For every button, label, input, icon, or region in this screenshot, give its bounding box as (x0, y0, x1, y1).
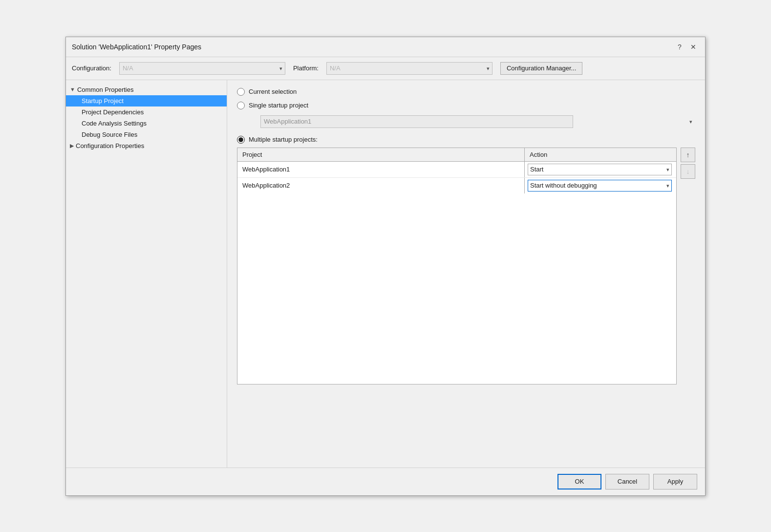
config-bar: Configuration: N/A Platform: N/A Configu… (66, 57, 705, 80)
configuration-properties-label: Configuration Properties (76, 142, 144, 149)
single-startup-row: Single startup project (237, 102, 695, 109)
action-column-header: Action (525, 148, 676, 161)
sidebar-item-startup-project[interactable]: Startup Project (66, 95, 227, 106)
sidebar-common-properties-header[interactable]: ▼ Common Properties (66, 84, 227, 95)
title-bar: Solution 'WebApplication1' Property Page… (66, 37, 705, 57)
table-empty-area (237, 193, 676, 384)
table-body: WebApplication1 None Start Start without… (237, 162, 676, 193)
move-down-button[interactable]: ↓ (681, 164, 695, 179)
current-selection-radio[interactable] (237, 88, 245, 96)
multiple-startup-row: Multiple startup projects: (237, 136, 695, 144)
common-properties-label: Common Properties (77, 86, 134, 93)
code-analysis-label: Code Analysis Settings (82, 120, 147, 127)
config-properties-arrow-icon: ▶ (70, 143, 74, 149)
platform-select[interactable]: N/A (326, 62, 493, 75)
single-startup-radio[interactable] (237, 102, 245, 109)
single-startup-label[interactable]: Single startup project (249, 102, 308, 109)
project-name-2: WebApplication2 (242, 182, 290, 189)
project-column-header: Project (237, 148, 525, 161)
project-dependencies-label: Project Dependencies (82, 108, 144, 116)
multiple-startup-label[interactable]: Multiple startup projects: (249, 136, 318, 143)
dialog-title: Solution 'WebApplication1' Property Page… (72, 43, 201, 51)
title-buttons: ? ✕ (674, 41, 699, 53)
config-label: Configuration: (72, 64, 111, 72)
action-cell-2: None Start Start without debugging (525, 178, 676, 193)
common-properties-arrow-icon: ▼ (70, 86, 75, 92)
config-manager-button[interactable]: Configuration Manager... (500, 62, 582, 75)
table-side-buttons: ↑ ↓ (681, 148, 695, 384)
close-button[interactable]: ✕ (687, 41, 699, 53)
project-cell-1: WebApplication1 (237, 162, 525, 177)
single-project-select-wrapper: WebApplication1 (249, 115, 695, 128)
platform-select-wrapper: N/A (326, 62, 493, 75)
sidebar-configuration-properties-header[interactable]: ▶ Configuration Properties (66, 140, 227, 151)
cancel-button[interactable]: Cancel (605, 474, 649, 489)
sidebar-item-debug-source[interactable]: Debug Source Files (66, 129, 227, 140)
multiple-startup-radio[interactable] (237, 136, 245, 144)
sidebar-item-project-dependencies[interactable]: Project Dependencies (66, 106, 227, 118)
startup-project-label: Startup Project (82, 97, 124, 105)
table-section: Project Action WebApplication1 (237, 148, 695, 384)
table-row: WebApplication1 None Start Start without… (237, 162, 676, 178)
table-row: WebApplication2 None Start Start without… (237, 178, 676, 193)
help-button[interactable]: ? (674, 41, 685, 53)
action-select-plain-wrapper-1: None Start Start without debugging (528, 164, 672, 175)
current-selection-label[interactable]: Current selection (249, 88, 297, 95)
ok-button[interactable]: OK (557, 474, 601, 489)
right-panel: Current selection Single startup project… (227, 80, 705, 468)
bottom-bar: OK Cancel Apply (66, 468, 705, 495)
table-header: Project Action (237, 148, 676, 162)
debug-source-label: Debug Source Files (82, 131, 137, 138)
platform-label: Platform: (293, 64, 319, 72)
config-select-wrapper: N/A (119, 62, 285, 75)
property-pages-dialog: Solution 'WebApplication1' Property Page… (65, 37, 706, 496)
config-select[interactable]: N/A (119, 62, 285, 75)
projects-table: Project Action WebApplication1 (237, 148, 677, 384)
sidebar: ▼ Common Properties Startup Project Proj… (66, 80, 227, 468)
apply-button[interactable]: Apply (653, 474, 697, 489)
action-select-wrapper-2: None Start Start without debugging (528, 180, 672, 192)
action-select-2[interactable]: None Start Start without debugging (528, 180, 672, 192)
sidebar-item-code-analysis[interactable]: Code Analysis Settings (66, 118, 227, 129)
current-selection-row: Current selection (237, 88, 695, 96)
move-up-button[interactable]: ↑ (681, 148, 695, 162)
action-select-1[interactable]: None Start Start without debugging (528, 164, 672, 175)
main-content: ▼ Common Properties Startup Project Proj… (66, 80, 705, 468)
single-project-select[interactable]: WebApplication1 (260, 115, 573, 128)
project-cell-2: WebApplication2 (237, 178, 525, 193)
action-cell-1: None Start Start without debugging (525, 162, 676, 177)
startup-radio-group: Current selection Single startup project… (237, 88, 695, 144)
project-name-1: WebApplication1 (242, 166, 290, 173)
